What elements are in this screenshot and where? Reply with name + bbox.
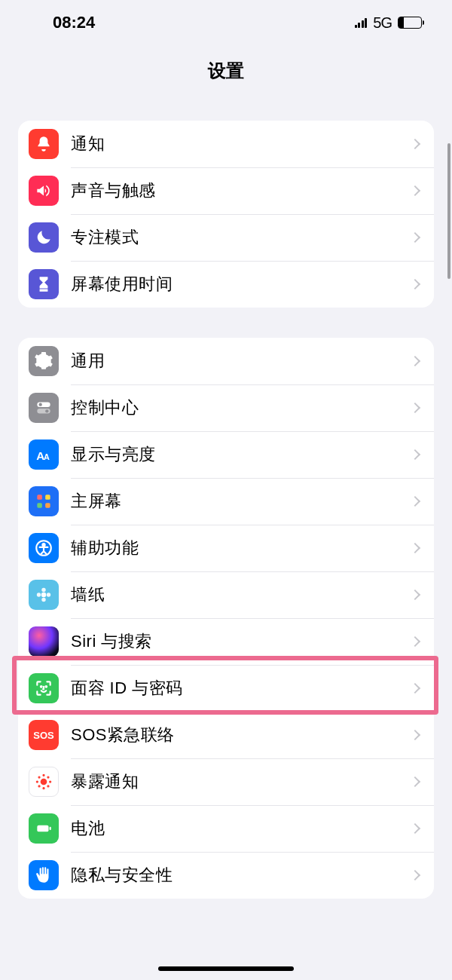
svg-point-17	[41, 686, 42, 688]
row-focus[interactable]: 专注模式	[18, 214, 434, 261]
chevron-right-icon	[410, 730, 420, 740]
cellular-bars-icon	[355, 17, 368, 28]
svg-point-24	[38, 776, 40, 778]
chevron-right-icon	[410, 449, 420, 460]
siri-icon	[29, 626, 59, 657]
svg-point-15	[37, 593, 41, 596]
switches-icon	[29, 393, 59, 423]
row-battery[interactable]: 电池	[18, 805, 434, 852]
scroll-indicator[interactable]	[447, 143, 450, 279]
text-size-icon: AA	[29, 439, 59, 470]
svg-point-13	[41, 588, 45, 592]
network-type: 5G	[373, 14, 392, 32]
svg-point-26	[38, 786, 40, 787]
row-display[interactable]: AA 显示与亮度	[18, 431, 434, 478]
home-indicator[interactable]	[158, 966, 294, 971]
svg-point-19	[41, 779, 47, 786]
chevron-right-icon	[410, 776, 420, 787]
bell-icon	[29, 129, 59, 159]
row-label: 暴露通知	[71, 770, 411, 793]
chevron-right-icon	[410, 496, 420, 507]
svg-point-21	[43, 788, 44, 789]
row-wallpaper[interactable]: 墙纸	[18, 571, 434, 618]
settings-group-1: 通知 声音与触感 专注模式 屏幕使用时间	[18, 121, 434, 308]
chevron-right-icon	[410, 356, 420, 366]
svg-rect-29	[50, 827, 51, 830]
row-label: 声音与触感	[71, 179, 411, 202]
chevron-right-icon	[410, 870, 420, 880]
svg-rect-8	[37, 503, 42, 508]
svg-text:A: A	[44, 452, 50, 461]
battery-icon	[398, 17, 422, 29]
row-label: 显示与亮度	[71, 443, 411, 466]
face-id-icon	[29, 673, 59, 703]
svg-point-27	[47, 786, 49, 787]
battery-icon	[29, 813, 59, 844]
chevron-right-icon	[410, 590, 420, 600]
row-label: 辅助功能	[71, 537, 411, 559]
row-general[interactable]: 通用	[18, 338, 434, 384]
svg-point-12	[41, 593, 47, 598]
settings-list[interactable]: 通知 声音与触感 专注模式 屏幕使用时间	[0, 121, 452, 899]
moon-icon	[29, 222, 59, 253]
svg-point-11	[42, 544, 44, 546]
accessibility-icon	[29, 533, 59, 563]
svg-point-25	[47, 776, 49, 778]
chevron-right-icon	[410, 823, 420, 834]
row-label: 墙纸	[71, 583, 411, 606]
hand-icon	[29, 860, 59, 890]
row-siri[interactable]: Siri 与搜索	[18, 618, 434, 665]
row-face-id[interactable]: 面容 ID 与密码	[18, 665, 434, 712]
hourglass-icon	[29, 269, 59, 299]
status-bar: 08:24 5G	[0, 0, 452, 45]
row-notifications[interactable]: 通知	[18, 121, 434, 167]
row-accessibility[interactable]: 辅助功能	[18, 525, 434, 571]
flower-icon	[29, 580, 59, 610]
row-label: Siri 与搜索	[71, 630, 411, 653]
chevron-right-icon	[410, 543, 420, 553]
svg-point-16	[47, 593, 50, 596]
row-label: SOS紧急联络	[71, 724, 411, 746]
chevron-right-icon	[410, 636, 420, 647]
svg-point-23	[50, 781, 51, 782]
svg-point-14	[41, 598, 45, 602]
row-control-center[interactable]: 控制中心	[18, 384, 434, 431]
svg-rect-6	[37, 495, 42, 500]
chevron-right-icon	[410, 232, 420, 243]
row-sos[interactable]: SOS SOS紧急联络	[18, 712, 434, 758]
row-label: 专注模式	[71, 226, 411, 249]
page-title: 设置	[0, 45, 452, 103]
chevron-right-icon	[410, 279, 420, 289]
svg-point-22	[36, 781, 38, 782]
exposure-icon	[29, 767, 59, 797]
svg-rect-7	[45, 495, 50, 500]
speaker-icon	[29, 176, 59, 206]
svg-point-20	[43, 774, 44, 776]
row-label: 电池	[71, 817, 411, 840]
app-grid-icon	[29, 486, 59, 516]
row-label: 主屏幕	[71, 490, 411, 513]
row-label: 通用	[71, 350, 411, 372]
svg-point-3	[45, 409, 48, 412]
row-sounds[interactable]: 声音与触感	[18, 167, 434, 214]
chevron-right-icon	[410, 139, 420, 149]
svg-point-18	[45, 686, 47, 688]
row-label: 隐私与安全性	[71, 864, 411, 887]
settings-group-2: 通用 控制中心 AA 显示与亮度 主屏幕	[18, 338, 434, 899]
row-label: 屏幕使用时间	[71, 273, 411, 296]
status-right: 5G	[355, 14, 422, 32]
gear-icon	[29, 346, 59, 376]
svg-rect-28	[37, 825, 48, 832]
row-privacy[interactable]: 隐私与安全性	[18, 852, 434, 899]
chevron-right-icon	[410, 403, 420, 413]
status-time: 08:24	[53, 13, 95, 32]
row-exposure[interactable]: 暴露通知	[18, 758, 434, 805]
row-home-screen[interactable]: 主屏幕	[18, 478, 434, 525]
row-label: 面容 ID 与密码	[71, 677, 411, 700]
chevron-right-icon	[410, 683, 420, 694]
sos-icon: SOS	[29, 720, 59, 750]
chevron-right-icon	[410, 185, 420, 196]
row-label: 通知	[71, 133, 411, 155]
row-screen-time[interactable]: 屏幕使用时间	[18, 261, 434, 308]
svg-point-2	[39, 403, 42, 406]
